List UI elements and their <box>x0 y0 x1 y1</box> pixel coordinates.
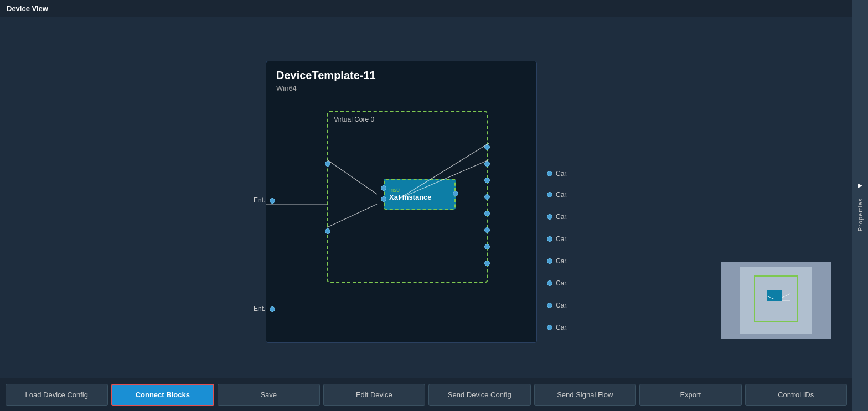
left-label-ent-2: Ent. <box>254 305 275 313</box>
send-device-config-button[interactable]: Send Device Config <box>428 384 531 406</box>
instance-id: Ins0 <box>389 187 400 193</box>
car-port-6[interactable] <box>547 280 552 286</box>
instance-name: Xaf Instance <box>389 193 432 201</box>
xaf-port-out[interactable] <box>453 191 458 196</box>
xaf-port-in-1[interactable] <box>381 185 386 191</box>
export-button[interactable]: Export <box>639 384 742 406</box>
control-ids-button[interactable]: Control IDs <box>745 384 848 406</box>
vc-port-right-1[interactable] <box>484 144 490 150</box>
properties-sidebar[interactable]: ▸ Properties <box>852 0 868 411</box>
canvas-area: DeviceTemplate-11 Win64 Virtual Core 0 I… <box>0 17 852 378</box>
car-port-8[interactable] <box>547 325 552 330</box>
car-port-1[interactable] <box>547 171 552 176</box>
properties-label: Properties <box>857 198 864 231</box>
xaf-port-in-2[interactable] <box>381 196 386 202</box>
page-title: Device View <box>7 4 48 13</box>
minimap-inner <box>740 267 812 334</box>
ent-port-2[interactable] <box>270 306 275 312</box>
chevron-right-icon: ▸ <box>858 180 862 190</box>
svg-line-6 <box>767 296 774 299</box>
title-bar: Device View <box>0 0 868 17</box>
right-label-car-6: Car. <box>547 279 568 287</box>
minimap <box>721 262 831 339</box>
vc-port-right-3[interactable] <box>484 178 490 183</box>
edit-device-button[interactable]: Edit Device <box>323 384 426 406</box>
right-label-car-8: Car. <box>547 324 568 331</box>
left-label-ent-1: Ent. <box>254 196 275 204</box>
car-port-3[interactable] <box>547 214 552 220</box>
send-signal-flow-button[interactable]: Send Signal Flow <box>534 384 637 406</box>
vc-port-right-6[interactable] <box>484 227 490 233</box>
right-label-car-3: Car. <box>547 213 568 221</box>
car-port-2[interactable] <box>547 192 552 197</box>
device-platform: Win64 <box>266 84 536 98</box>
bottom-toolbar: Load Device Config Connect Blocks Save E… <box>0 378 852 411</box>
vc-port-right-5[interactable] <box>484 211 490 216</box>
load-device-config-button[interactable]: Load Device Config <box>6 384 108 406</box>
vc-port-right-4[interactable] <box>484 194 490 200</box>
xaf-instance-block[interactable]: Ins0 Xaf Instance <box>384 179 456 210</box>
vc-port-right-8[interactable] <box>484 261 490 266</box>
vc-port-right-2[interactable] <box>484 161 490 167</box>
save-button[interactable]: Save <box>218 384 320 406</box>
car-port-5[interactable] <box>547 258 552 264</box>
connect-blocks-button[interactable]: Connect Blocks <box>111 384 215 406</box>
right-label-car-2: Car. <box>547 191 568 199</box>
car-port-7[interactable] <box>547 303 552 308</box>
right-label-car-1: Car. <box>547 170 568 178</box>
virtual-core-box: Virtual Core 0 Ins0 Xaf Instance <box>327 111 488 283</box>
right-label-car-5: Car. <box>547 257 568 265</box>
right-label-car-7: Car. <box>547 301 568 309</box>
minimap-svg <box>740 267 812 334</box>
vc-port-left-1[interactable] <box>325 161 330 167</box>
vc-port-left-2[interactable] <box>325 228 330 234</box>
car-port-4[interactable] <box>547 236 552 242</box>
svg-line-7 <box>782 294 790 298</box>
vc-port-right-7[interactable] <box>484 244 490 249</box>
right-label-car-4: Car. <box>547 235 568 243</box>
device-template-title: DeviceTemplate-11 <box>266 61 536 84</box>
ent-port-1[interactable] <box>270 198 275 204</box>
virtual-core-label: Virtual Core 0 <box>334 116 374 123</box>
device-template-block: DeviceTemplate-11 Win64 Virtual Core 0 I… <box>266 61 537 343</box>
